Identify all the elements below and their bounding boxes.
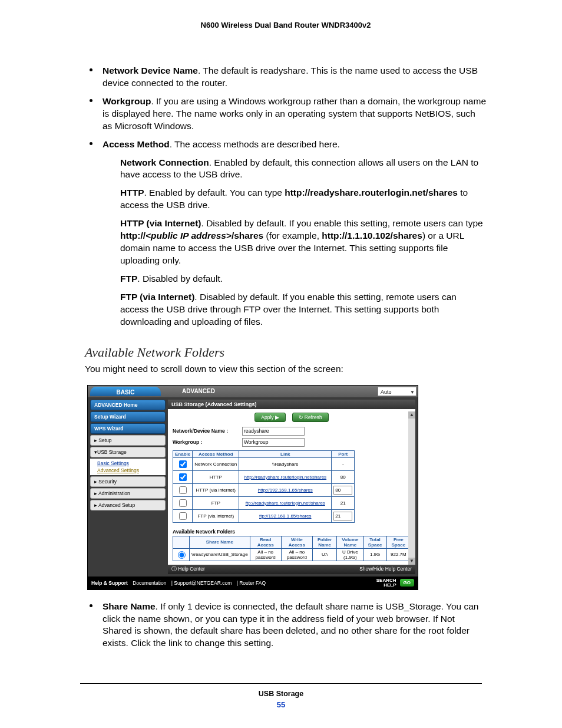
term: HTTP [120, 187, 144, 197]
th-enable: Enable [173, 450, 193, 457]
cell-write: All – no password [281, 548, 312, 561]
cell-port: - [332, 457, 355, 470]
footer-doc-link[interactable]: Documentation [133, 580, 166, 586]
scroll-up-icon[interactable]: ▲ [408, 411, 415, 419]
sidebar-item-setup[interactable]: ▸ Setup [90, 435, 166, 446]
cell-link[interactable]: http://192.168.1.65/shares [258, 487, 313, 493]
term: Network Device Name [103, 65, 198, 75]
folder-row: \\readyshare\USB_Storage All – no passwo… [173, 548, 411, 561]
cell-method: HTTP [193, 470, 239, 483]
sidebar-item-advsetup[interactable]: ▸ Advanced Setup [90, 500, 166, 510]
bullet-workgroup: Workgroup. If you are using a Windows wo… [85, 95, 487, 133]
text: . If only 1 device is connected, the def… [103, 601, 478, 648]
sidebar-sub-advanced[interactable]: Advanced Settings [97, 467, 166, 474]
cell-total: 1.9G [363, 548, 386, 561]
device-name-input[interactable] [242, 427, 305, 436]
text: . The access methods are described here. [170, 139, 340, 149]
term: Access Method [103, 139, 170, 149]
port-input[interactable] [333, 486, 352, 495]
sidebar-item-setup-wiz[interactable]: Setup Wizard [90, 411, 166, 422]
term: FTP (via Internet) [120, 292, 194, 302]
cell-link[interactable]: http://readyshare.routerlogin.net/shares [244, 475, 326, 480]
access-method-row: HTTPhttp://readyshare.routerlogin.net/sh… [173, 470, 355, 483]
access-method-row: HTTP (via internet)http://192.168.1.65/s… [173, 483, 355, 496]
section-heading: Available Network Folders [85, 345, 487, 360]
apply-button[interactable]: Apply ▶ [254, 413, 286, 422]
help-bar: ⓘ Help Center Show/Hide Help Center [168, 565, 415, 574]
tab-basic[interactable]: BASIC [90, 387, 161, 396]
cell-share: \\readyshare\USB_Storage [190, 548, 250, 561]
text: . Enabled by default. You can type [144, 187, 285, 197]
cell-link[interactable]: ftp://readyshare.routerlogin.net/shares [246, 500, 325, 506]
doc-title: N600 Wireless Dual Band Router WNDR3400v… [85, 21, 487, 29]
sidebar-item-security[interactable]: ▸ Security [90, 476, 166, 487]
cell-method: FTP (via internet) [193, 509, 239, 522]
cell-volume: U Drive (1.9G) [337, 548, 363, 561]
para-http: HTTP. Enabled by default. You can type h… [120, 187, 487, 212]
row-device-name: Network/Device Name : [168, 426, 415, 437]
sidebar-item-wps-wiz[interactable]: WPS Wizard [90, 423, 166, 434]
text: (for example, [263, 230, 322, 241]
th-method: Access Method [193, 450, 239, 457]
url-example: http://1.1.10.102/shares [322, 230, 422, 241]
cell-folder: U:\ [312, 548, 336, 561]
router-admin-screenshot: BASIC ADVANCED Auto ADVANCED Home Setup … [87, 385, 418, 590]
cell-read: All – no password [250, 548, 281, 561]
footer-help: Help & Support [91, 580, 128, 586]
cell-method: HTTP (via internet) [193, 483, 239, 496]
help-show-hide[interactable]: Show/Hide Help Center [359, 566, 412, 573]
cell-method: FTP [193, 496, 239, 509]
label: Network/Device Name : [173, 428, 242, 434]
cell-link[interactable]: ftp://192.168.1.65/shares [259, 513, 312, 519]
cell-port: 21 [332, 496, 355, 509]
term: FTP [120, 274, 137, 284]
scrollbar[interactable]: ▲ ▼ [408, 411, 415, 565]
enable-checkbox[interactable] [179, 460, 187, 468]
sidebar: ADVANCED Home Setup Wizard WPS Wizard ▸ … [90, 400, 166, 574]
folder-select-radio[interactable] [178, 551, 186, 559]
footer-bar: Help & Support Documentation | Support@N… [88, 577, 418, 589]
enable-checkbox[interactable] [179, 499, 187, 507]
help-center-toggle[interactable]: ⓘ Help Center [171, 566, 205, 573]
th-total: Total Space [363, 536, 386, 548]
footer-search-label: SEARCH HELP [376, 578, 396, 588]
language-select[interactable]: Auto [378, 387, 416, 396]
th-port: Port [332, 450, 355, 457]
footer-support-link[interactable]: Support@NETGEAR.com [174, 580, 232, 586]
refresh-button[interactable]: ↻ Refresh [292, 413, 329, 422]
tab-advanced[interactable]: ADVANCED [163, 386, 234, 397]
access-method-table: Enable Access Method Link Port Network C… [173, 450, 355, 523]
enable-checkbox[interactable] [179, 512, 187, 520]
sidebar-item-home[interactable]: ADVANCED Home [90, 400, 166, 410]
text: . If you are using a Windows workgroup r… [103, 96, 486, 131]
enable-checkbox[interactable] [179, 486, 187, 494]
footer-faq-link[interactable]: Router FAQ [239, 580, 266, 586]
page-footer: USB Storage 55 [0, 683, 562, 709]
th-read: Read Access [250, 536, 281, 548]
th-write: Write Access [281, 536, 312, 548]
term: Share Name [103, 601, 156, 611]
access-method-row: Network Connection\\readyshare- [173, 457, 355, 470]
label: Workgroup : [173, 439, 242, 445]
cell-port: 80 [332, 470, 355, 483]
sidebar-sub-basic[interactable]: Basic Settings [97, 460, 166, 467]
go-button[interactable]: GO [400, 579, 414, 587]
th-link: Link [239, 450, 332, 457]
footer-chapter: USB Storage [0, 690, 562, 698]
term: Network Connection [120, 157, 209, 167]
bullet-access-method: Access Method. The access methods are de… [85, 139, 487, 328]
panel-title: USB Storage (Advanced Settings) [168, 400, 415, 409]
port-input[interactable] [333, 512, 352, 521]
access-method-row: FTP (via internet)ftp://192.168.1.65/sha… [173, 509, 355, 522]
para-netconn: Network Connection. Enabled by default, … [120, 157, 487, 182]
sidebar-item-admin[interactable]: ▸ Administration [90, 488, 166, 499]
text: . Disabled by default. If you enable thi… [201, 218, 483, 228]
scroll-down-icon[interactable]: ▼ [408, 558, 415, 565]
term: HTTP (via Internet) [120, 218, 201, 228]
url-template: http://<public IP address>/shares [120, 230, 263, 241]
enable-checkbox[interactable] [179, 473, 187, 481]
sidebar-subitems: Basic Settings Advanced Settings [90, 459, 166, 475]
sidebar-item-usb[interactable]: ▾USB Storage [90, 447, 166, 457]
workgroup-input[interactable] [242, 438, 305, 447]
th-sel [173, 536, 190, 548]
